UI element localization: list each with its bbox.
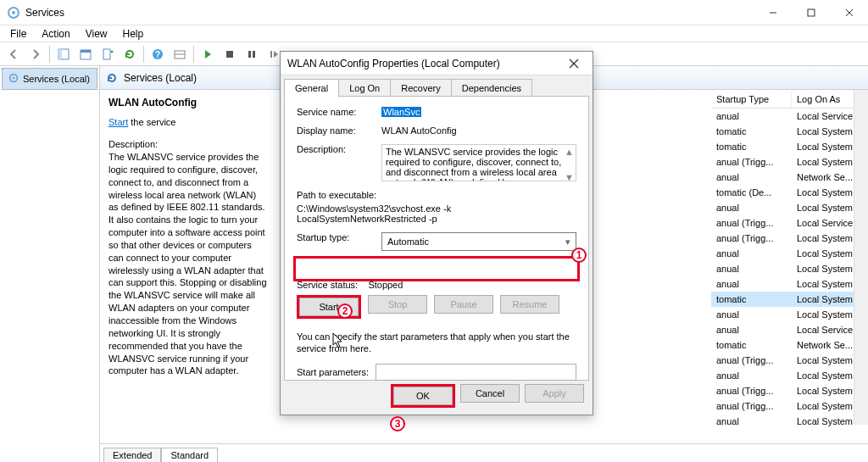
service-status-value: Stopped bbox=[368, 280, 403, 290]
annotation-box-1 bbox=[293, 256, 580, 281]
toolbar-icon-2[interactable] bbox=[170, 44, 190, 64]
tab-dependencies[interactable]: Dependencies bbox=[451, 79, 532, 97]
cell-startup: anual (Trigg... bbox=[711, 232, 792, 244]
dialog-tabs: General Log On Recovery Dependencies bbox=[281, 75, 593, 97]
cell-startup: anual bbox=[711, 248, 792, 259]
close-button[interactable] bbox=[830, 0, 868, 25]
svg-rect-10 bbox=[103, 49, 110, 59]
dialog-titlebar[interactable]: WLAN AutoConfig Properties (Local Comput… bbox=[281, 52, 593, 75]
cell-startup: anual bbox=[711, 370, 792, 381]
mouse-cursor-icon bbox=[332, 332, 344, 349]
startup-type-select[interactable]: Automatic▾ bbox=[381, 232, 576, 251]
scroll-up-icon[interactable]: ▲ bbox=[565, 147, 574, 157]
table-row[interactable]: tomaticNetwork Se... bbox=[711, 337, 868, 353]
table-row[interactable]: anualLocal Service bbox=[711, 109, 868, 124]
table-row[interactable]: anual (Trigg...Local System bbox=[711, 231, 868, 246]
properties-button[interactable] bbox=[75, 44, 96, 64]
cell-startup: anual bbox=[711, 171, 792, 183]
svg-rect-16 bbox=[248, 51, 251, 58]
table-row[interactable]: anualLocal System bbox=[711, 261, 868, 276]
ok-button[interactable]: OK bbox=[393, 387, 453, 405]
cell-startup: anual (Trigg... bbox=[711, 217, 792, 229]
table-row[interactable]: anualLocal Service bbox=[711, 322, 868, 337]
forward-button bbox=[25, 44, 46, 64]
table-row[interactable]: tomaticLocal System bbox=[711, 139, 868, 154]
cell-startup: anual bbox=[711, 202, 792, 214]
tree-node-services-local[interactable]: Services (Local) bbox=[2, 68, 97, 90]
start-service-link[interactable]: Start bbox=[108, 117, 128, 127]
table-row[interactable]: tomatic (De...Local System bbox=[711, 185, 868, 200]
vertical-scrollbar[interactable] bbox=[854, 90, 868, 425]
menu-help[interactable]: Help bbox=[116, 26, 151, 42]
menu-file[interactable]: File bbox=[3, 26, 33, 42]
start-params-label: Start parameters: bbox=[297, 367, 369, 377]
tab-extended[interactable]: Extended bbox=[103, 448, 161, 462]
svg-rect-15 bbox=[226, 51, 233, 58]
path-label: Path to executable: bbox=[297, 190, 576, 200]
table-row[interactable]: anual (Trigg...Local System bbox=[711, 398, 868, 414]
help-button[interactable]: ? bbox=[147, 44, 168, 64]
chevron-down-icon: ▾ bbox=[565, 237, 570, 248]
window-title: Services bbox=[25, 7, 754, 19]
cell-startup: tomatic bbox=[711, 141, 792, 153]
scroll-down-icon[interactable]: ▼ bbox=[565, 172, 574, 181]
start-suffix: the service bbox=[128, 117, 175, 127]
refresh-icon[interactable] bbox=[105, 71, 119, 85]
dialog-close-button[interactable] bbox=[562, 53, 586, 75]
cell-startup: anual (Trigg... bbox=[711, 354, 792, 366]
table-row[interactable]: tomaticLocal System bbox=[711, 292, 868, 307]
table-row[interactable]: anual (Trigg...Local Service bbox=[711, 215, 868, 231]
svg-text:?: ? bbox=[155, 50, 160, 59]
show-hide-tree-button[interactable] bbox=[53, 44, 74, 64]
tree-pane: Services (Local) bbox=[0, 66, 100, 462]
table-row[interactable]: tomaticLocal System bbox=[711, 124, 868, 139]
service-name-value[interactable]: WlanSvc bbox=[381, 107, 421, 117]
table-row[interactable]: anualNetwork Se... bbox=[711, 170, 868, 185]
minimize-button[interactable] bbox=[754, 0, 792, 25]
maximize-button[interactable] bbox=[792, 0, 830, 25]
table-row[interactable]: anualLocal System bbox=[711, 246, 868, 261]
properties-dialog: WLAN AutoConfig Properties (Local Comput… bbox=[280, 51, 593, 415]
cell-startup: anual bbox=[711, 278, 792, 290]
table-row[interactable]: anualLocal System bbox=[711, 307, 868, 322]
table-row[interactable]: anual (Trigg...Local System bbox=[711, 154, 868, 170]
description-textbox[interactable]: The WLANSVC service provides the logic r… bbox=[381, 144, 576, 181]
pause-button: Pause bbox=[434, 295, 493, 314]
list-header: Startup Type Log On As bbox=[711, 90, 868, 109]
menu-action[interactable]: Action bbox=[35, 26, 76, 42]
cell-startup: anual (Trigg... bbox=[711, 400, 792, 412]
stop-service-button bbox=[220, 44, 240, 64]
table-row[interactable]: anual (Trigg...Local System bbox=[711, 383, 868, 398]
start-params-input[interactable] bbox=[376, 364, 576, 381]
start-service-button[interactable] bbox=[198, 44, 218, 64]
table-row[interactable]: anualLocal System bbox=[711, 276, 868, 292]
service-status-label: Service status: bbox=[297, 280, 358, 290]
table-row[interactable]: anual (Trigg...Local System bbox=[711, 353, 868, 368]
dialog-body: Service name:WlanSvc Display name:WLAN A… bbox=[284, 96, 589, 381]
dialog-title: WLAN AutoConfig Properties (Local Comput… bbox=[287, 58, 562, 70]
col-startup-type[interactable]: Startup Type bbox=[711, 92, 792, 107]
svg-point-1 bbox=[12, 11, 15, 14]
cell-startup: tomatic bbox=[711, 293, 792, 305]
tab-standard[interactable]: Standard bbox=[161, 448, 218, 462]
display-name-label: Display name: bbox=[297, 125, 381, 136]
export-button[interactable] bbox=[97, 44, 118, 64]
tab-recovery[interactable]: Recovery bbox=[390, 79, 451, 97]
description-text: The WLANSVC service provides the logic r… bbox=[108, 151, 268, 377]
bottom-tabbar: Extended Standard bbox=[100, 443, 868, 462]
menu-view[interactable]: View bbox=[79, 26, 114, 42]
cell-startup: anual bbox=[711, 309, 792, 320]
refresh-button[interactable] bbox=[120, 44, 140, 64]
description-label: Description: bbox=[108, 139, 268, 149]
path-value: C:\Windows\system32\svchost.exe -k Local… bbox=[297, 203, 576, 224]
annotation-callout-1: 1 bbox=[571, 248, 587, 263]
cell-startup: tomatic bbox=[711, 125, 792, 137]
stop-button: Stop bbox=[368, 295, 427, 314]
display-name-value: WLAN AutoConfig bbox=[381, 125, 576, 136]
tab-general[interactable]: General bbox=[284, 79, 339, 97]
tab-logon[interactable]: Log On bbox=[338, 79, 391, 97]
table-row[interactable]: anualLocal System bbox=[711, 200, 868, 215]
table-row[interactable]: anualLocal System bbox=[711, 414, 868, 429]
cancel-button[interactable]: Cancel bbox=[460, 384, 520, 403]
table-row[interactable]: anualLocal System bbox=[711, 368, 868, 383]
